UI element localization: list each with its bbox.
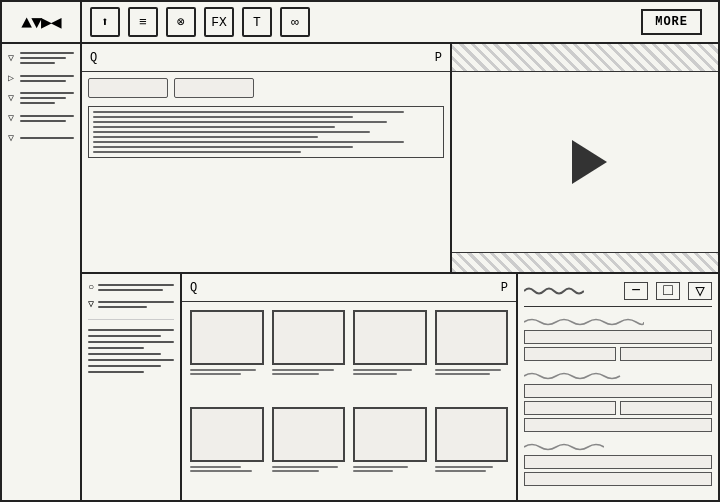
fx-icon[interactable]: FX: [204, 7, 234, 37]
upload-icon[interactable]: ⬆: [90, 7, 120, 37]
list-icon[interactable]: ≡: [128, 7, 158, 37]
grid-caption: [272, 369, 346, 375]
pin-icon[interactable]: P: [435, 51, 442, 65]
grid-pin-icon[interactable]: P: [501, 281, 508, 295]
inspector-field[interactable]: [524, 418, 712, 432]
inspector-header: − □ ▽: [524, 282, 712, 307]
inspector-field-half[interactable]: [524, 347, 616, 361]
inspector-field[interactable]: [524, 455, 712, 469]
sidebar-triangle: ▽: [8, 92, 14, 104]
search-icon[interactable]: Q: [90, 51, 97, 65]
track-lines: [98, 284, 174, 291]
track-line: [88, 359, 174, 361]
text-line: [93, 111, 404, 113]
grid-caption: [435, 466, 509, 472]
grid-item[interactable]: [272, 407, 346, 496]
caption-line: [190, 373, 241, 375]
sidebar-triangle: ▽: [8, 112, 14, 124]
toolbar-icons: ⬆ ≡ ⊗ FX T ∞ MORE: [82, 7, 718, 37]
track-line: [88, 371, 144, 373]
grid-item[interactable]: [190, 310, 264, 399]
inspector-field-half[interactable]: [620, 347, 712, 361]
caption-line: [190, 470, 252, 472]
more-button[interactable]: MORE: [641, 9, 702, 35]
top-hatched-bar: [452, 44, 718, 72]
track-item: ○: [88, 282, 174, 293]
grid-thumbnail: [272, 407, 346, 462]
play-button[interactable]: [572, 140, 607, 184]
track-line: [88, 335, 161, 337]
text-line: [93, 136, 318, 138]
track-line: [98, 306, 147, 308]
sidebar-triangle: ▽: [8, 132, 14, 144]
grid-thumbnail: [435, 407, 509, 462]
inspector-field[interactable]: [524, 384, 712, 398]
bin-panel: Q P: [82, 44, 452, 272]
effects-icon[interactable]: ⊗: [166, 7, 196, 37]
track-line: [88, 353, 161, 355]
caption-line: [435, 470, 486, 472]
text-line: [93, 141, 404, 143]
title-icon[interactable]: T: [242, 7, 272, 37]
track-triangle: ▽: [88, 298, 94, 310]
caption-line: [353, 369, 412, 371]
sidebar-item: ▽: [8, 132, 74, 144]
grid-item[interactable]: [272, 310, 346, 399]
caption-line: [435, 369, 501, 371]
grid-item[interactable]: [190, 407, 264, 496]
caption-line: [435, 373, 490, 375]
track-line: [88, 341, 174, 343]
inspector-box-btn[interactable]: □: [656, 282, 680, 300]
inspector-field-half[interactable]: [524, 401, 616, 415]
grid-toolbar: Q P: [182, 274, 516, 302]
link-icon[interactable]: ∞: [280, 7, 310, 37]
sidebar-line: [20, 62, 55, 64]
inspector-field[interactable]: [524, 472, 712, 486]
video-preview-panel: [452, 44, 718, 272]
sidebar-lines: [20, 137, 74, 139]
inspector-field[interactable]: [524, 330, 712, 344]
track-line: [88, 347, 144, 349]
grid-item[interactable]: [353, 310, 427, 399]
sidebar-line: [20, 80, 66, 82]
bin-content: [82, 72, 450, 272]
sidebar-line: [20, 75, 74, 77]
grid-container: [182, 302, 516, 502]
video-area[interactable]: [452, 72, 718, 252]
caption-line: [190, 466, 241, 468]
inspector-section-2: [524, 371, 712, 432]
sidebar-line: [20, 102, 55, 104]
sidebar-line: [20, 57, 66, 59]
sidebar-line: [20, 137, 74, 139]
top-content: Q P: [82, 44, 718, 274]
caption-line: [190, 369, 256, 371]
sidebar-triangle: ▽: [8, 52, 14, 64]
grid-thumbnail: [272, 310, 346, 365]
grid-panel: Q P: [182, 274, 518, 502]
grid-caption: [190, 466, 264, 472]
sidebar-triangle: ▷: [8, 72, 14, 84]
grid-search-icon[interactable]: Q: [190, 281, 197, 295]
track-line: [98, 289, 163, 291]
grid-item[interactable]: [435, 407, 509, 496]
content-area: Q P: [82, 44, 718, 502]
bottom-content: ○ ▽: [82, 274, 718, 502]
track-line: [98, 284, 174, 286]
text-line: [93, 131, 370, 133]
caption-line: [353, 470, 393, 472]
grid-caption: [353, 369, 427, 375]
caption-line: [272, 373, 320, 375]
caption-line: [353, 466, 408, 468]
grid-thumbnail: [190, 310, 264, 365]
inspector-chevron-btn[interactable]: ▽: [688, 282, 712, 300]
grid-item[interactable]: [353, 407, 427, 496]
inspector-minus-btn[interactable]: −: [624, 282, 648, 300]
sidebar-line: [20, 92, 74, 94]
grid-item[interactable]: [435, 310, 509, 399]
grid-thumbnail: [435, 310, 509, 365]
sidebar-line: [20, 115, 74, 117]
main-layout: ▽ ▷ ▽ ▽: [2, 44, 718, 502]
inspector-field-half[interactable]: [620, 401, 712, 415]
inspector-panel: − □ ▽: [518, 274, 718, 502]
grid-caption: [353, 466, 427, 472]
